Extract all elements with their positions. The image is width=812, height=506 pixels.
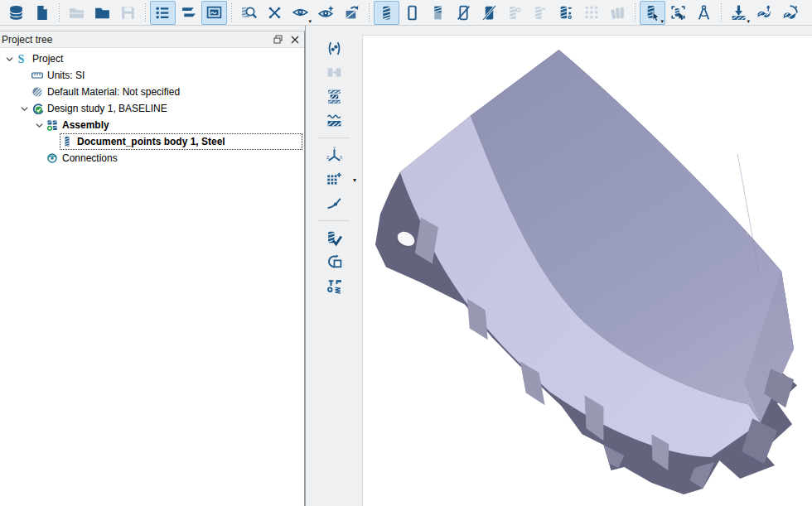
triad-icon: YZX (326, 147, 343, 164)
study-icon (31, 103, 43, 114)
crossing-icon (266, 4, 283, 22)
unmask-body-button[interactable] (528, 1, 553, 25)
measure-icon (695, 4, 713, 22)
mask-body-icon (506, 4, 524, 22)
review-geometry-button[interactable] (321, 226, 346, 250)
tree-row-default-material-not-specified[interactable]: Default Material: Not specified (0, 84, 304, 100)
weld-icon (326, 112, 343, 129)
points-grid-icon (583, 4, 601, 22)
show-body-solid-button[interactable] (374, 1, 399, 25)
hide-body-filled-button[interactable] (476, 1, 502, 25)
create-group-button[interactable] (321, 36, 346, 60)
replace-part-button[interactable] (321, 250, 346, 274)
project-tree-panel: Project tree SProjectUnits: SIDefault Ma… (0, 31, 305, 506)
tree-row-project[interactable]: SProject (0, 51, 304, 67)
body-slash-filled-icon (481, 4, 498, 22)
new-document-button[interactable] (29, 1, 55, 25)
assembly-icon (46, 119, 58, 131)
apply-constraint-button[interactable] (752, 1, 777, 25)
tree-item: Default Material: Not specified (30, 84, 304, 100)
toolbar-separator (143, 3, 147, 22)
tree-row-document-points-body-1-steel[interactable]: Document_points body 1, Steel (0, 133, 304, 150)
toolbar-separator (230, 3, 234, 22)
chevron-down-icon[interactable] (3, 56, 15, 62)
project-tree-title: Project tree (2, 34, 271, 46)
tree-item: Document_points body 1, Steel (60, 133, 302, 150)
database-icon (7, 4, 25, 22)
load-icon (730, 4, 747, 22)
hide-eye-icon (292, 4, 309, 22)
apply-rotation-load-button[interactable] (777, 1, 803, 25)
group-icon (326, 40, 343, 57)
dropdown-caret-icon: ▾ (660, 18, 664, 24)
spot-weld-button[interactable] (321, 108, 346, 133)
hide-body-outline-button[interactable] (451, 1, 476, 25)
tree-item: Design study 1, BASELINE (30, 100, 304, 117)
isolate-body-button[interactable] (339, 1, 365, 25)
mask-body-button[interactable] (502, 1, 528, 25)
toggle-notes-button[interactable] (176, 1, 201, 25)
show-all-bodies-button[interactable] (313, 1, 339, 25)
tree-row-connections[interactable]: Connections (0, 150, 304, 166)
body-icon (61, 136, 73, 147)
import-geometry-button[interactable] (89, 1, 115, 25)
svg-text:X: X (340, 156, 342, 160)
modeling-toolbar: YZX▾ (305, 26, 362, 506)
zoom-to-body-button[interactable] (236, 1, 262, 25)
toggle-project-tree-button[interactable] (150, 1, 176, 25)
chevron-down-icon[interactable] (33, 123, 45, 128)
viewport-3d[interactable] (362, 35, 812, 506)
save-project-button[interactable] (115, 1, 141, 25)
pick-part-icon (644, 4, 661, 22)
ruler-icon (31, 70, 43, 81)
notes-icon (180, 4, 197, 22)
open-database-button[interactable] (3, 1, 29, 25)
float-panel-button[interactable] (271, 33, 285, 46)
tree-item: SProject (15, 51, 304, 67)
tree-item-label: Units: SI (47, 70, 85, 81)
close-icon (291, 36, 299, 44)
merge-icon (326, 64, 343, 81)
show-body-outline-button[interactable] (399, 1, 425, 25)
measure-button[interactable] (691, 1, 717, 25)
chevron-down-icon[interactable] (18, 106, 30, 112)
material-icon (31, 86, 43, 98)
svg-text:Z: Z (326, 156, 329, 160)
fasteners-button[interactable] (321, 274, 346, 298)
show-point-grid-button[interactable] (579, 1, 605, 25)
toolbar-separator (719, 3, 723, 22)
hide-bodies-button[interactable]: ▾ (288, 1, 313, 25)
apply-load-button[interactable]: ▾ (726, 1, 752, 25)
pick-part-button[interactable]: ▾ (640, 1, 665, 25)
pick-window-button[interactable] (665, 1, 691, 25)
isolate-icon (343, 4, 360, 22)
fastener-icon (326, 277, 343, 295)
show-all-parts-button[interactable] (605, 1, 631, 25)
create-points-button[interactable]: ▾ (321, 167, 346, 191)
toggle-display-button[interactable] (201, 1, 227, 25)
point-grid-icon (326, 171, 343, 188)
close-panel-button[interactable] (288, 33, 302, 46)
tree-row-design-study-1-baseline[interactable]: Design study 1, BASELINE (0, 100, 304, 117)
connect-parts-button[interactable] (321, 84, 346, 108)
curve-point-icon (326, 195, 343, 212)
show-body-translucent-button[interactable] (425, 1, 451, 25)
dropdown-caret-icon: ▾ (308, 18, 312, 24)
merge-parts-button[interactable] (321, 60, 346, 84)
mask-connections-button[interactable] (553, 1, 579, 25)
tree-row-assembly[interactable]: Assembly (0, 117, 304, 133)
rotate-load-icon (781, 4, 799, 22)
save-icon (119, 4, 137, 22)
open-project-button[interactable] (64, 1, 89, 25)
create-curve-button[interactable] (321, 191, 346, 215)
toolbar-separator (57, 3, 61, 22)
coordinate-system-button[interactable]: YZX (321, 143, 346, 167)
new-document-icon (33, 4, 51, 22)
tree-row-units-si[interactable]: Units: SI (0, 67, 304, 84)
toolbar-separator (318, 137, 350, 138)
toolbar-separator (633, 3, 637, 22)
constraint-icon (756, 4, 773, 22)
tree-item-label: Document_points body 1, Steel (77, 136, 225, 147)
show-eye-icon (317, 4, 335, 22)
fit-to-view-button[interactable] (262, 1, 288, 25)
